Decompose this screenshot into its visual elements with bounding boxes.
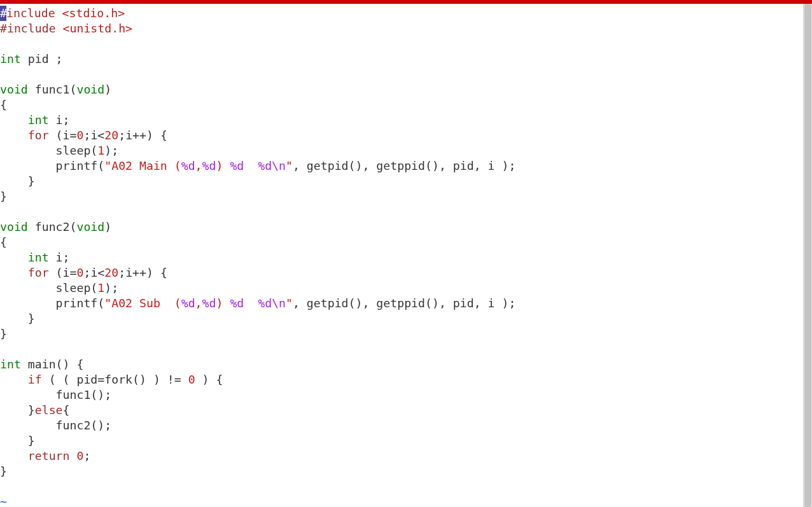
code-token: ); xyxy=(104,144,118,157)
code-token: 20 xyxy=(104,266,118,279)
code-line[interactable]: #include <stdio.h> xyxy=(0,6,803,21)
code-token: 1 xyxy=(97,281,104,295)
code-token: } xyxy=(0,434,35,447)
code-token: \n xyxy=(272,159,286,172)
code-token: %d xyxy=(202,159,216,172)
code-token: int xyxy=(0,358,21,371)
code-token: #include xyxy=(0,22,63,35)
code-token: main() { xyxy=(21,358,84,371)
code-token xyxy=(0,128,28,142)
code-line[interactable]: printf("A02 Main (%d,%d) %d %d\n", getpi… xyxy=(0,158,803,174)
code-line[interactable] xyxy=(0,204,803,219)
code-token xyxy=(244,296,258,310)
code-token: ) xyxy=(104,220,111,233)
code-token: { xyxy=(0,98,7,111)
code-token: ) xyxy=(216,159,230,172)
code-token: " xyxy=(286,159,293,172)
code-line[interactable]: #include <unistd.h> xyxy=(0,21,803,36)
code-token: ;i< xyxy=(83,266,104,279)
code-token: pid ; xyxy=(21,52,63,66)
code-token: for xyxy=(28,266,49,279)
code-line[interactable]: return 0; xyxy=(0,448,803,464)
code-line[interactable]: for (i=0;i<20;i++) { xyxy=(0,265,803,281)
code-token: <unistd.h> xyxy=(63,22,133,35)
code-token: "A02 Main ( xyxy=(104,159,181,172)
code-line[interactable]: int i; xyxy=(0,113,803,128)
code-token: return xyxy=(28,449,70,462)
code-token: int xyxy=(28,251,49,264)
code-token: { xyxy=(0,235,7,249)
code-token: if xyxy=(28,373,42,386)
code-line[interactable]: int pid ; xyxy=(0,52,803,67)
code-line[interactable]: sleep(1); xyxy=(0,281,803,296)
code-token: 0 xyxy=(76,449,83,462)
code-token: , getpid(), getppid(), pid, i ); xyxy=(293,296,515,310)
code-line[interactable]: func2(); xyxy=(0,418,803,433)
code-token: func1( xyxy=(28,83,77,96)
code-line[interactable]: ~ xyxy=(0,494,803,507)
vertical-scrollbar[interactable] xyxy=(803,4,812,507)
code-line[interactable]: } xyxy=(0,189,803,204)
code-token: printf( xyxy=(0,296,104,310)
code-token xyxy=(70,449,77,462)
code-line[interactable] xyxy=(0,67,803,82)
code-line[interactable]: func1(); xyxy=(0,387,803,403)
code-line[interactable]: } xyxy=(0,174,803,189)
scrollbar-thumb[interactable] xyxy=(804,4,811,507)
code-token: , xyxy=(195,159,202,172)
code-token: } xyxy=(0,464,7,478)
code-line[interactable]: { xyxy=(0,97,803,113)
code-line[interactable]: int i; xyxy=(0,250,803,265)
code-token: 0 xyxy=(76,266,83,279)
code-token: %d xyxy=(181,159,195,172)
code-line[interactable]: printf("A02 Sub (%d,%d) %d %d\n", getpid… xyxy=(0,296,803,311)
code-token: { xyxy=(63,403,70,417)
code-token: ; xyxy=(83,449,90,462)
code-editor[interactable]: #include <stdio.h>#include <unistd.h> in… xyxy=(0,4,803,507)
code-token: ~ xyxy=(0,495,7,507)
code-line[interactable]: { xyxy=(0,235,803,250)
code-token: ;i++) { xyxy=(118,128,167,142)
code-token: void xyxy=(0,220,28,233)
code-line[interactable]: int main() { xyxy=(0,357,803,372)
code-line[interactable]: } xyxy=(0,433,803,448)
code-token: ) { xyxy=(195,373,223,386)
code-line[interactable]: sleep(1); xyxy=(0,143,803,158)
code-token: func2(); xyxy=(0,419,111,432)
code-token: %d xyxy=(202,296,216,310)
code-token xyxy=(244,159,258,172)
code-line[interactable]: } xyxy=(0,326,803,342)
code-token: } xyxy=(0,312,35,325)
code-token xyxy=(0,449,28,462)
code-line[interactable]: void func2(void) xyxy=(0,219,803,235)
code-token: , xyxy=(195,296,202,310)
code-token xyxy=(0,373,28,386)
code-token: , getpid(), getppid(), pid, i ); xyxy=(293,159,515,172)
code-token: (i= xyxy=(49,128,77,142)
code-line[interactable]: for (i=0;i<20;i++) { xyxy=(0,128,803,143)
code-token: void xyxy=(76,83,104,96)
code-token: %d xyxy=(230,159,244,172)
code-line[interactable] xyxy=(0,342,803,357)
code-token: sleep( xyxy=(0,144,97,157)
code-line[interactable]: } xyxy=(0,311,803,326)
code-token: ); xyxy=(104,281,118,295)
code-token: <stdio.h> xyxy=(62,6,125,20)
code-line[interactable]: if ( ( pid=fork() ) != 0 ) { xyxy=(0,372,803,387)
code-token: void xyxy=(76,220,104,233)
code-line[interactable]: void func1(void) xyxy=(0,82,803,97)
code-token xyxy=(0,251,28,264)
code-line[interactable] xyxy=(0,36,803,52)
code-token: i; xyxy=(49,113,70,127)
code-token: 0 xyxy=(76,128,83,142)
code-token: ;i< xyxy=(83,128,104,142)
code-line[interactable]: }else{ xyxy=(0,403,803,418)
code-token: ( ( pid=fork() ) != xyxy=(42,373,188,386)
code-line[interactable] xyxy=(0,479,803,494)
code-token: 20 xyxy=(104,128,118,142)
code-token: "A02 Sub ( xyxy=(104,296,181,310)
code-token: for xyxy=(28,128,49,142)
code-line[interactable]: } xyxy=(0,464,803,479)
code-token: sleep( xyxy=(0,281,97,295)
code-token: ) xyxy=(216,296,230,310)
